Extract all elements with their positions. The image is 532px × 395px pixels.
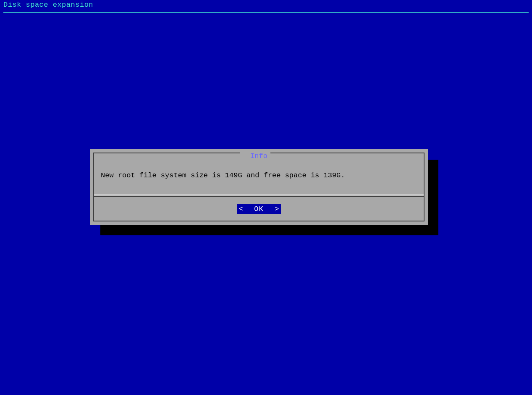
frame-separator <box>94 196 424 197</box>
dialog-frame: Info New root file system size is 149G a… <box>93 153 425 221</box>
frame-border <box>93 221 425 221</box>
frame-separator <box>94 195 424 195</box>
bracket-right-icon: > <box>275 205 279 213</box>
title-separator <box>3 12 529 13</box>
frame-border <box>270 153 425 153</box>
page-title: Disk space expansion <box>0 0 532 9</box>
frame-border <box>93 153 94 221</box>
ok-button-label: OK <box>254 205 263 213</box>
ok-button[interactable]: < OK > <box>237 204 281 214</box>
bracket-left-icon: < <box>239 205 243 213</box>
dialog-title: Info <box>249 152 269 160</box>
frame-border <box>93 153 240 153</box>
info-dialog: Info New root file system size is 149G a… <box>90 149 428 225</box>
dialog-message: New root file system size is 149G and fr… <box>101 171 417 179</box>
frame-border <box>424 153 425 221</box>
